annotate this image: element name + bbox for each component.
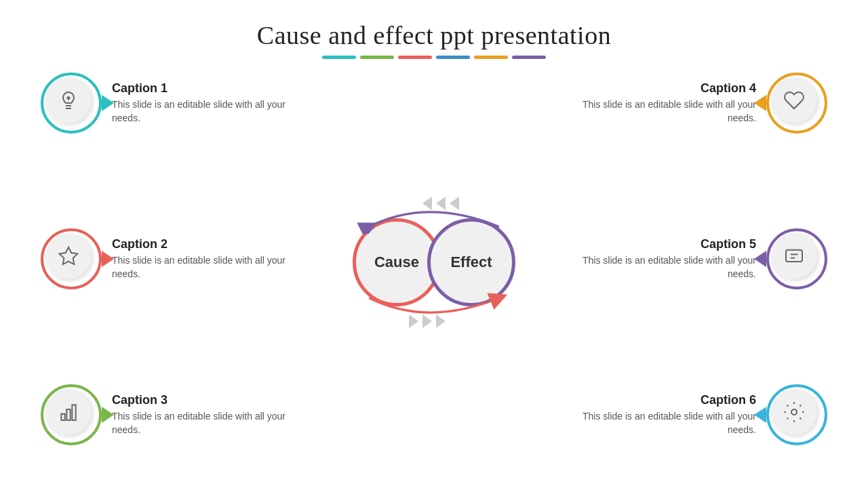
caption-title-1: Caption 1	[112, 81, 298, 96]
caption-text-6: Caption 6 This slide is an editable slid…	[570, 393, 756, 436]
color-bar-3	[398, 56, 432, 59]
svg-rect-5	[61, 414, 64, 420]
caption-item-5: Caption 5 This slide is an editable slid…	[570, 228, 827, 289]
right-items: Caption 4 This slide is an editable slid…	[570, 66, 827, 459]
svg-rect-8	[786, 250, 802, 262]
arrow-tag-6	[754, 407, 766, 423]
gear-icon	[783, 401, 805, 423]
caption-desc-6: This slide is an editable slide with all…	[570, 410, 756, 436]
icon-circle-4	[766, 73, 827, 134]
heart-icon	[783, 89, 805, 111]
title-section: Cause and effect ppt presentation	[41, 20, 827, 59]
inner-circle-5	[771, 233, 817, 279]
caption-item-4: Caption 4 This slide is an editable slid…	[570, 73, 827, 134]
caption-item-2: Caption 2 This slide is an editable slid…	[41, 228, 298, 289]
svg-point-11	[791, 409, 797, 415]
svg-rect-6	[66, 409, 70, 420]
caption-item-6: Caption 6 This slide is an editable slid…	[570, 384, 827, 445]
left-items: Caption 1 This slide is an editable slid…	[41, 66, 298, 459]
caption-desc-5: This slide is an editable slide with all…	[570, 254, 756, 281]
color-bar-6	[512, 56, 546, 59]
inner-circle-2	[45, 233, 92, 279]
caption-desc-4: This slide is an editable slide with all…	[570, 98, 756, 125]
icon-circle-1	[41, 73, 102, 134]
caption-title-6: Caption 6	[570, 393, 756, 407]
main-title: Cause and effect ppt presentation	[41, 20, 827, 50]
lightbulb-icon	[58, 89, 79, 111]
caption-title-5: Caption 5	[570, 237, 756, 251]
message-icon	[783, 245, 805, 267]
inner-circle-3	[45, 389, 92, 435]
slide: Cause and effect ppt presentation	[0, 0, 868, 488]
arrow-tag-5	[754, 251, 766, 267]
star-icon	[58, 245, 79, 267]
chart-icon	[58, 401, 79, 423]
caption-text-5: Caption 5 This slide is an editable slid…	[570, 237, 756, 281]
caption-title-4: Caption 4	[570, 81, 756, 96]
content-area: Caption 1 This slide is an editable slid…	[41, 66, 827, 459]
icon-circle-2	[41, 228, 102, 289]
caption-title-3: Caption 3	[112, 393, 298, 407]
caption-text-3: Caption 3 This slide is an editable slid…	[112, 393, 298, 436]
arrow-tag-3	[102, 407, 114, 423]
color-bar-2	[360, 56, 394, 59]
svg-marker-4	[60, 247, 78, 264]
caption-desc-2: This slide is an editable slide with all…	[112, 254, 298, 281]
arrow-tag-4	[754, 95, 766, 111]
icon-circle-6	[766, 384, 827, 445]
caption-desc-3: This slide is an editable slide with all…	[112, 410, 298, 436]
caption-text-2: Caption 2 This slide is an editable slid…	[112, 237, 298, 281]
inner-circle-1	[45, 77, 92, 123]
caption-item-1: Caption 1 This slide is an editable slid…	[41, 73, 298, 134]
inner-circle-4	[771, 77, 817, 123]
caption-title-2: Caption 2	[112, 237, 298, 251]
color-bar-5	[474, 56, 508, 59]
circles-container: Cause Effect	[353, 218, 515, 306]
color-bars	[41, 56, 827, 59]
curve-bottom-arrow	[356, 291, 512, 321]
caption-text-1: Caption 1 This slide is an editable slid…	[112, 81, 298, 125]
color-bar-1	[322, 56, 356, 59]
curve-top-arrow	[356, 203, 512, 234]
arrow-tag-2	[102, 251, 114, 267]
arrow-tag-1	[102, 95, 114, 111]
center-diagram: Cause Effect	[319, 188, 549, 337]
svg-rect-7	[72, 405, 75, 420]
caption-desc-1: This slide is an editable slide with all…	[112, 98, 298, 125]
caption-text-4: Caption 4 This slide is an editable slid…	[570, 81, 756, 125]
inner-circle-6	[771, 389, 817, 435]
caption-item-3: Caption 3 This slide is an editable slid…	[41, 384, 298, 445]
icon-circle-3	[41, 384, 102, 445]
color-bar-4	[436, 56, 470, 59]
icon-circle-5	[766, 228, 827, 289]
